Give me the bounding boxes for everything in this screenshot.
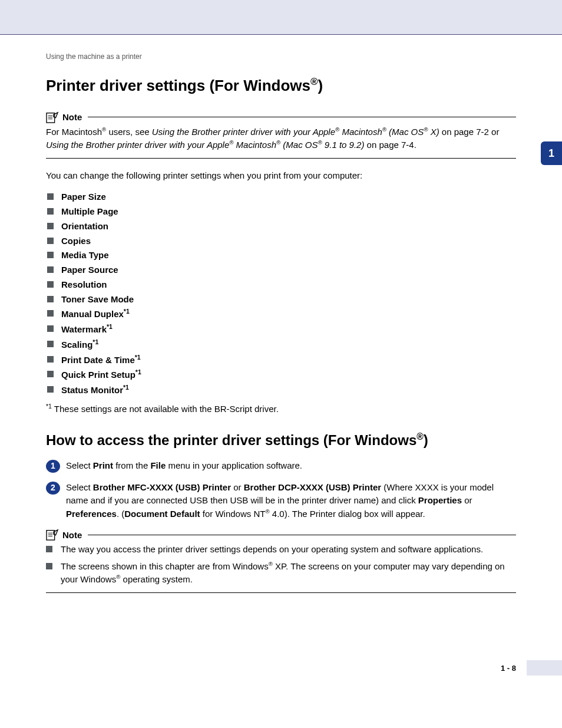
step-number: 2 xyxy=(46,482,60,495)
setting-item: Media Type xyxy=(46,248,516,263)
t: Macintosh xyxy=(339,127,382,137)
setting-item: Copies xyxy=(46,234,516,249)
t: The screens shown in this chapter are fr… xyxy=(61,560,516,587)
top-banner xyxy=(0,0,562,35)
note-header: Note xyxy=(46,111,516,123)
footnote: *1 These settings are not available with… xyxy=(46,403,516,414)
bullet-icon xyxy=(47,223,54,229)
setting-label: Paper Size xyxy=(61,192,106,202)
bullet-icon xyxy=(47,208,54,215)
bullet-icon xyxy=(47,356,54,363)
step-text: Select Print from the File menu in your … xyxy=(66,459,302,473)
fn-marker: *1 xyxy=(123,384,129,391)
t: Using the Brother printer driver with yo… xyxy=(152,127,335,137)
bullet-icon xyxy=(47,281,54,288)
fn-marker: *1 xyxy=(124,308,130,315)
note-rule xyxy=(88,117,516,117)
reg-mark: ® xyxy=(382,126,386,133)
link-text[interactable]: Using the Brother printer driver with yo… xyxy=(152,127,439,137)
note-rule xyxy=(88,535,516,535)
fn-marker: *1 xyxy=(92,338,98,345)
t: ) xyxy=(424,432,428,448)
t: Document Default xyxy=(124,509,200,519)
setting-label: Manual Duplex xyxy=(61,309,124,319)
t: Preferences xyxy=(66,509,117,519)
t: File xyxy=(150,460,166,470)
fn-marker: *1 xyxy=(107,323,113,330)
t: . ( xyxy=(117,509,124,519)
setting-item: Resolution xyxy=(46,278,516,292)
setting-item: Paper Size xyxy=(46,190,516,205)
note-body: For Macintosh® users, see Using the Brot… xyxy=(46,126,516,152)
t: operating system. xyxy=(120,574,193,584)
note-label: Note xyxy=(62,530,82,540)
note-label: Note xyxy=(62,112,82,122)
fn-marker: *1 xyxy=(135,354,141,361)
setting-item: Watermark*1 xyxy=(46,322,516,337)
fn-marker: *1 xyxy=(135,368,141,375)
t: from the xyxy=(113,460,150,470)
note-icon xyxy=(46,111,59,123)
setting-label: Multiple Page xyxy=(61,206,118,216)
setting-label: Print Date & Time xyxy=(61,355,135,365)
t: For Macintosh xyxy=(46,127,102,137)
reg-mark: ® xyxy=(265,508,269,515)
bullet-icon xyxy=(47,310,54,317)
page-accent xyxy=(527,660,562,676)
t: The way you access the printer driver se… xyxy=(61,543,483,556)
t: How to access the printer driver setting… xyxy=(46,432,416,448)
setting-label: Toner Save Mode xyxy=(61,294,134,304)
steps: 1 Select Print from the File menu in you… xyxy=(46,459,516,521)
title-text: Printer driver settings (For Windows xyxy=(46,77,310,94)
page-content: Using the machine as a printer Printer d… xyxy=(0,35,562,687)
bullet-icon xyxy=(47,296,54,302)
setting-label: Orientation xyxy=(61,221,108,231)
t: Brother MFC-XXXX (USB) Printer xyxy=(93,482,231,492)
t: 4.0). The Printer dialog box will appear… xyxy=(270,509,425,519)
bullet-icon xyxy=(47,252,54,258)
t: Print xyxy=(93,460,113,470)
bullet-icon xyxy=(47,266,54,273)
bullet-icon xyxy=(47,325,54,332)
note-list-item: The screens shown in this chapter are fr… xyxy=(46,560,516,587)
bullet-icon xyxy=(47,371,54,377)
t: Using the Brother printer driver with yo… xyxy=(46,140,229,150)
fn-marker: *1 xyxy=(46,403,52,410)
t: The screens shown in this chapter are fr… xyxy=(61,561,269,571)
setting-item: Multiple Page xyxy=(46,205,516,219)
t: for Windows NT xyxy=(200,509,266,519)
bullet-icon xyxy=(47,238,54,244)
note-header: Note xyxy=(46,529,516,541)
t: (Mac OS xyxy=(280,140,318,150)
page-title: Printer driver settings (For Windows®) xyxy=(46,76,516,95)
setting-label: Paper Source xyxy=(61,265,118,275)
step-1: 1 Select Print from the File menu in you… xyxy=(46,459,516,473)
t: Properties xyxy=(418,495,462,505)
section-title: How to access the printer driver setting… xyxy=(46,431,516,449)
setting-item: Manual Duplex*1 xyxy=(46,307,516,322)
reg-mark: ® xyxy=(318,139,322,146)
t: or xyxy=(462,495,472,505)
note-icon xyxy=(46,529,59,541)
t: or xyxy=(231,482,244,492)
setting-label: Watermark xyxy=(61,324,107,334)
title-paren: ) xyxy=(318,77,323,94)
setting-item: Scaling*1 xyxy=(46,337,516,353)
t: 9.1 to 9.2) xyxy=(322,140,365,150)
settings-list: Paper SizeMultiple PageOrientationCopies… xyxy=(46,190,516,398)
reg-mark: ® xyxy=(416,431,424,442)
breadcrumb: Using the machine as a printer xyxy=(46,52,516,61)
note-list-item: The way you access the printer driver se… xyxy=(46,543,516,556)
bullet-icon xyxy=(47,386,54,393)
t: on page 7-2 or xyxy=(439,127,500,137)
bullet-icon xyxy=(47,341,54,347)
setting-item: Status Monitor*1 xyxy=(46,383,516,398)
page-number: 1 - 8 xyxy=(501,664,516,673)
reg-mark: ® xyxy=(310,76,318,87)
setting-item: Quick Print Setup*1 xyxy=(46,367,516,383)
setting-item: Orientation xyxy=(46,219,516,234)
setting-label: Scaling xyxy=(61,340,92,350)
step-2: 2 Select Brother MFC-XXXX (USB) Printer … xyxy=(46,481,516,521)
link-text[interactable]: Using the Brother printer driver with yo… xyxy=(46,140,364,150)
bullet-icon xyxy=(46,546,52,552)
